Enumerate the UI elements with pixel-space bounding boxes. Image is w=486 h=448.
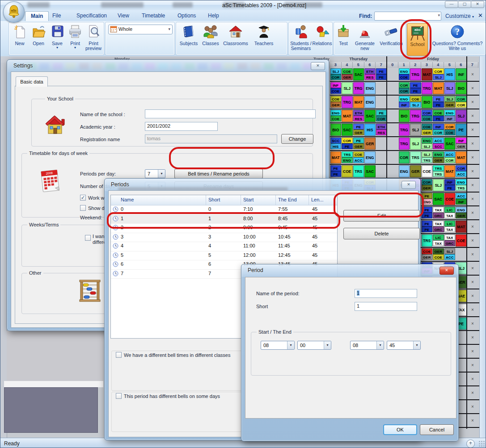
tab-basic-data[interactable]: Basic data xyxy=(16,76,48,87)
close-button[interactable]: ✕ xyxy=(471,1,484,8)
timetable-cell[interactable]: CORSLJ xyxy=(433,68,444,80)
classes-button[interactable]: Classes xyxy=(200,24,221,46)
timetable-cell[interactable]: COEGER xyxy=(422,124,433,136)
timetable-cell[interactable]: TRS xyxy=(422,234,433,247)
timetable-cell[interactable]: PECOR xyxy=(376,110,387,122)
remove-lesson-icon[interactable]: × xyxy=(467,359,478,371)
timetable-cell[interactable]: COR xyxy=(399,151,410,163)
period-short-input[interactable]: 1 xyxy=(355,302,417,311)
timetable-cell[interactable]: ENG xyxy=(399,165,410,177)
timetable-cell[interactable]: SLJ xyxy=(342,82,353,94)
remove-lesson-icon[interactable]: × xyxy=(467,331,478,343)
bell-times-button[interactable]: Bell times / Rename periods xyxy=(174,169,263,179)
academic-year-input[interactable]: 2001/2002 xyxy=(145,122,218,131)
timetable-cell[interactable]: TRG xyxy=(422,82,433,94)
remove-lesson-icon[interactable]: × xyxy=(467,96,478,108)
timetable-cell[interactable]: COE xyxy=(342,165,353,177)
timetable-cell[interactable]: ETHRES xyxy=(353,110,364,122)
remove-lesson-icon[interactable]: × xyxy=(467,318,478,330)
students-seminars-button[interactable]: Students / Seminars xyxy=(289,24,313,51)
timetable-cell[interactable]: ENGGER xyxy=(456,207,467,219)
timetable-cell[interactable]: ENG xyxy=(364,96,376,108)
timetable-cell[interactable]: SLJ xyxy=(410,138,421,150)
remove-lesson-icon[interactable]: × xyxy=(467,290,478,302)
timetable-cell[interactable]: TRSTRS xyxy=(433,165,444,177)
timetable-cell[interactable]: INFPE xyxy=(444,179,456,191)
remove-lesson-icon[interactable]: × xyxy=(467,304,478,316)
document-close-icon[interactable]: ✕ xyxy=(478,12,483,19)
timetable-cell[interactable]: BIO xyxy=(456,82,467,94)
customize-button[interactable]: Customize ▾ xyxy=(445,13,474,19)
period-name-input[interactable]: 1 xyxy=(355,289,417,298)
timetable-cell[interactable]: BIO xyxy=(330,124,342,136)
timetable-cell[interactable]: MAT xyxy=(444,165,456,177)
timetable-cell[interactable]: TRS xyxy=(353,165,364,177)
teachers-button[interactable]: Teachers xyxy=(251,24,276,46)
subjects-button[interactable]: Subjects xyxy=(177,24,200,46)
timetable-cell[interactable]: TAXGRC xyxy=(433,221,444,233)
tab-options[interactable]: Options xyxy=(172,11,201,21)
timetable-cell[interactable]: CORCOR xyxy=(456,96,467,108)
col-short[interactable]: Short xyxy=(208,197,220,202)
timetable-cell[interactable]: PEPE xyxy=(422,221,433,233)
timetable-cell[interactable]: ENG xyxy=(364,151,376,163)
timetable-cell[interactable]: CORCOR xyxy=(399,82,410,94)
zoom-plus-icon[interactable]: + xyxy=(466,440,475,448)
timetable-cell[interactable]: ETHRES xyxy=(376,124,387,136)
remove-lesson-icon[interactable]: × xyxy=(467,248,478,260)
chevron-down-icon[interactable]: ▾ xyxy=(438,13,440,17)
remove-lesson-icon[interactable]: × xyxy=(467,221,478,233)
remove-lesson-icon[interactable]: × xyxy=(467,193,478,205)
timetable-cell[interactable]: TAXGRC xyxy=(444,234,456,247)
timetable-cell[interactable]: GERCOE xyxy=(433,248,444,260)
questions-button[interactable]: ? Questions? Comments? Write us xyxy=(429,24,486,51)
timetable-cell[interactable]: SAC xyxy=(433,193,444,205)
cancel-button[interactable]: Cancel xyxy=(420,424,454,435)
timetable-cell[interactable]: ETHRES xyxy=(364,68,376,80)
timetable-cell[interactable]: COEGER xyxy=(422,248,433,260)
timetable-cell[interactable]: SAC xyxy=(364,165,376,177)
timetable-cell[interactable]: ENGINF xyxy=(444,110,456,122)
timetable-cell[interactable]: INFGER xyxy=(456,138,467,150)
timetable-cell[interactable]: COE xyxy=(444,193,456,205)
weeks-checkbox[interactable] xyxy=(85,235,91,241)
timetable-cell[interactable]: HIS xyxy=(444,68,456,80)
timetable-cell[interactable]: SLJACC xyxy=(444,248,456,260)
timetable-cell[interactable]: TRG xyxy=(353,82,364,94)
vertical-scrollbar[interactable] xyxy=(479,56,486,438)
timetable-cell[interactable]: TRSENG xyxy=(342,151,353,163)
timetable-cell[interactable]: PEPE xyxy=(376,68,387,80)
timetable-cell[interactable]: ACCSCC xyxy=(433,138,444,150)
remove-lesson-icon[interactable]: × xyxy=(467,373,478,385)
timetable-cell[interactable]: TRG xyxy=(410,68,421,80)
timetable-cell[interactable]: PEENG xyxy=(422,193,433,205)
timetable-cell[interactable]: COESLJ xyxy=(410,96,421,108)
col-len[interactable]: Len... xyxy=(311,197,324,202)
timetable-cell[interactable]: COEGER xyxy=(330,96,342,108)
show-day-checkbox[interactable] xyxy=(80,205,86,211)
period-row[interactable]: 007:107:5545 xyxy=(111,205,337,215)
timetable-cell[interactable]: MAT xyxy=(422,68,433,80)
close-icon[interactable]: ✕ xyxy=(311,62,325,70)
tab-file[interactable]: File xyxy=(47,11,66,21)
change-button[interactable]: Change xyxy=(281,134,313,144)
timetable-cell[interactable]: TAXGRC xyxy=(433,207,444,219)
timetable-cell[interactable]: CORPE xyxy=(342,138,353,150)
timetable-cell[interactable]: SLJTRS xyxy=(422,151,433,163)
timetable-cell[interactable]: ENGTRS xyxy=(456,179,467,191)
timetable-cell[interactable]: PEPE xyxy=(433,96,444,108)
timetable-cell[interactable]: HIS xyxy=(364,124,376,136)
timetable-cell[interactable]: SLJ xyxy=(433,179,444,191)
timetable-cell[interactable]: CORACC xyxy=(456,165,467,177)
timetable-cell[interactable]: COE xyxy=(456,234,467,247)
timetable-cell[interactable]: LICTAX xyxy=(444,207,456,219)
remove-lesson-icon[interactable]: × xyxy=(467,401,478,413)
remove-lesson-icon[interactable]: × xyxy=(467,387,478,399)
timetable-cell[interactable]: TRG xyxy=(399,124,410,136)
edit-button[interactable]: Edit xyxy=(343,210,420,222)
close-icon[interactable]: ✕ xyxy=(401,181,416,189)
timetable-cell[interactable]: ENGSLJ xyxy=(422,138,433,150)
remove-lesson-icon[interactable]: × xyxy=(467,151,478,163)
remove-lesson-icon[interactable]: × xyxy=(467,207,478,219)
timetable-cell[interactable]: SLJCOR xyxy=(330,68,342,80)
